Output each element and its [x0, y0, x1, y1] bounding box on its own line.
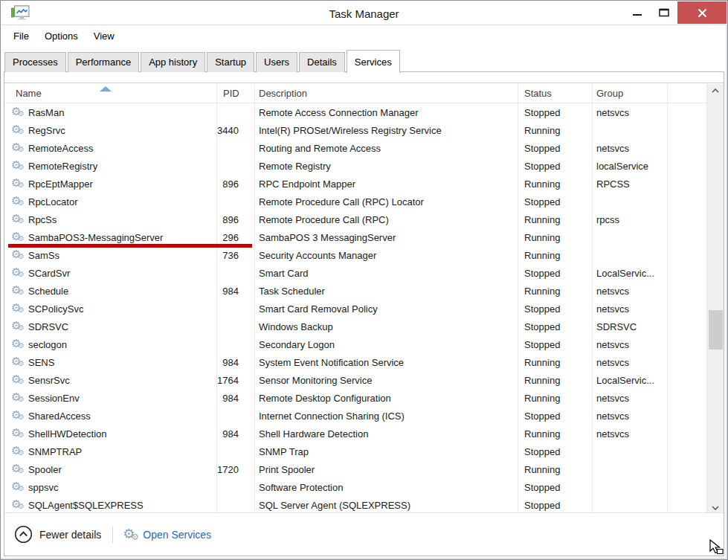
- service-status: Stopped: [518, 157, 592, 175]
- service-group: netsvcs: [592, 407, 667, 425]
- service-name: SCardSvr: [28, 268, 70, 279]
- table-row[interactable]: ⚙⚙ RpcLocator Remote Procedure Call (RPC…: [4, 193, 708, 210]
- minimize-button[interactable]: [624, 1, 651, 24]
- service-status: Stopped: [518, 318, 592, 335]
- menu-item-options[interactable]: Options: [45, 30, 78, 42]
- table-row[interactable]: ⚙⚙ SessionEnv 984 Remote Desktop Configu…: [4, 389, 708, 407]
- service-pid: [216, 335, 254, 353]
- table-row[interactable]: ⚙⚙ SENS 984 System Event Notification Se…: [4, 353, 708, 371]
- table-row[interactable]: ⚙⚙ SamSs 736 Security Accounts Manager R…: [4, 246, 708, 264]
- table-row[interactable]: ⚙⚙ RasMan Remote Access Connection Manag…: [4, 103, 708, 121]
- service-pid: [216, 264, 254, 282]
- tab-startup[interactable]: Startup: [207, 52, 254, 72]
- service-pid: 3440: [216, 121, 254, 139]
- service-pid: [216, 478, 254, 496]
- service-gear-icon: ⚙⚙: [11, 426, 25, 441]
- table-row[interactable]: ⚙⚙ RemoteAccess Routing and Remote Acces…: [4, 139, 708, 157]
- table-row[interactable]: ⚙⚙ RpcSs 896 Remote Procedure Call (RPC)…: [4, 210, 708, 228]
- service-gear-icon: ⚙⚙: [11, 408, 25, 423]
- table-row[interactable]: ⚙⚙ Spooler 1720 Print Spooler Running: [4, 460, 708, 478]
- service-pid: 984: [216, 282, 254, 300]
- service-description: Remote Access Connection Manager: [254, 103, 518, 121]
- table-row[interactable]: ⚙⚙ SharedAccess Internet Connection Shar…: [4, 407, 708, 425]
- column-header-group[interactable]: Group: [592, 84, 667, 103]
- tab-details[interactable]: Details: [299, 52, 345, 72]
- scrollbar-up-icon[interactable]: [707, 84, 724, 97]
- table-row[interactable]: ⚙⚙ ShellHWDetection 984 Shell Hardware D…: [4, 425, 708, 442]
- service-group: localService: [592, 157, 667, 175]
- tab-processes[interactable]: Processes: [4, 52, 66, 72]
- table-row[interactable]: ⚙⚙ SensrSvc 1764 Sensor Monitoring Servi…: [4, 371, 708, 389]
- fewer-details-button[interactable]: Fewer details: [14, 525, 101, 544]
- service-name: SNMPTRAP: [28, 446, 82, 457]
- column-header-pid[interactable]: PID: [216, 84, 254, 103]
- close-button[interactable]: [677, 1, 727, 24]
- service-pid: [216, 407, 254, 425]
- service-gear-icon: ⚙⚙: [11, 194, 25, 209]
- service-description: Sensor Monitoring Service: [254, 371, 518, 389]
- service-name: ShellHWDetection: [28, 428, 107, 440]
- service-description: Intel(R) PROSet/Wireless Registry Servic…: [254, 121, 518, 139]
- tab-performance[interactable]: Performance: [68, 52, 139, 72]
- service-description: Print Spooler: [254, 460, 518, 478]
- service-group: SDRSVC: [592, 318, 667, 335]
- column-header-status[interactable]: Status: [518, 84, 592, 103]
- table-row[interactable]: ⚙⚙ SDRSVC Windows Backup Stopped SDRSVC: [4, 318, 708, 335]
- window-title: Task Manager: [1, 7, 727, 20]
- table-row[interactable]: ⚙⚙ SambaPOS3-MessagingServer 296 SambaPO…: [4, 228, 708, 246]
- service-description: Shell Hardware Detection: [254, 425, 518, 442]
- service-group: netsvcs: [592, 139, 667, 157]
- service-name: RasMan: [28, 107, 64, 118]
- service-description: Security Accounts Manager: [254, 246, 518, 264]
- service-status: Stopped: [518, 442, 592, 460]
- table-row[interactable]: ⚙⚙ RpcEptMapper 896 RPC Endpoint Mapper …: [4, 175, 708, 193]
- table-row[interactable]: ⚙⚙ RemoteRegistry Remote Registry Stoppe…: [4, 157, 708, 175]
- maximize-button[interactable]: [651, 1, 677, 24]
- maximize-icon: [659, 8, 669, 17]
- table-row[interactable]: ⚙⚙ sppsvc Software Protection Stopped: [4, 478, 708, 496]
- services-tab-panel: Name PID Description Status Group ⚙⚙ Ras…: [4, 71, 724, 556]
- service-description: Smart Card: [254, 264, 518, 282]
- tab-app-history[interactable]: App history: [141, 52, 205, 72]
- service-status: Stopped: [518, 300, 592, 318]
- service-group: LocalServic...: [592, 371, 667, 389]
- open-services-link[interactable]: ⚙⚙ Open Services: [123, 527, 211, 543]
- service-gear-icon: ⚙⚙: [11, 373, 25, 387]
- service-gear-icon: ⚙⚙: [11, 498, 25, 512]
- table-row[interactable]: ⚙⚙ SCardSvr Smart Card Stopped LocalServ…: [4, 264, 708, 282]
- service-name: RpcLocator: [28, 196, 77, 207]
- tab-users[interactable]: Users: [256, 52, 297, 72]
- service-group: [592, 442, 667, 460]
- close-icon: [698, 8, 707, 18]
- minimize-icon: [633, 9, 642, 16]
- table-row[interactable]: ⚙⚙ seclogon Secondary Logon Stopped nets…: [4, 335, 708, 353]
- service-pid: 1764: [216, 371, 254, 389]
- tab-services[interactable]: Services: [347, 50, 400, 73]
- service-name: RemoteRegistry: [28, 161, 97, 172]
- service-name: SensrSvc: [28, 375, 70, 386]
- table-row[interactable]: ⚙⚙ SQLAgent$SQLEXPRESS SQL Server Agent …: [4, 496, 708, 514]
- table-row[interactable]: ⚙⚙ SNMPTRAP SNMP Trap Stopped: [4, 442, 708, 460]
- menu-item-file[interactable]: File: [13, 30, 29, 42]
- service-status: Stopped: [518, 264, 592, 282]
- column-header-name[interactable]: Name: [4, 84, 216, 103]
- menu-item-view[interactable]: View: [94, 30, 115, 42]
- service-name: RpcEptMapper: [28, 178, 93, 190]
- table-row[interactable]: ⚙⚙ RegSrvc 3440 Intel(R) PROSet/Wireless…: [4, 121, 708, 139]
- table-row[interactable]: ⚙⚙ Schedule 984 Task Scheduler Running n…: [4, 282, 708, 300]
- table-row[interactable]: ⚙⚙ SCPolicySvc Smart Card Removal Policy…: [4, 300, 708, 318]
- service-group: netsvcs: [592, 353, 667, 371]
- vertical-scrollbar[interactable]: [706, 84, 724, 514]
- service-gear-icon: ⚙⚙: [11, 444, 25, 459]
- column-header-description[interactable]: Description: [254, 84, 518, 103]
- column-header-name-label: Name: [16, 88, 42, 99]
- service-gear-icon: ⚙⚙: [11, 158, 25, 173]
- service-status: Running: [518, 121, 592, 139]
- footer-bar: Fewer details ⚙⚙ Open Services: [4, 512, 724, 556]
- service-status: Running: [518, 371, 592, 389]
- service-description: Task Scheduler: [254, 282, 518, 300]
- scrollbar-thumb[interactable]: [709, 310, 723, 350]
- service-name: RemoteAccess: [28, 143, 93, 154]
- task-manager-window: Task Manager FileOptionsView ProcessesPe…: [0, 0, 728, 560]
- services-list: Name PID Description Status Group ⚙⚙ Ras…: [4, 83, 724, 515]
